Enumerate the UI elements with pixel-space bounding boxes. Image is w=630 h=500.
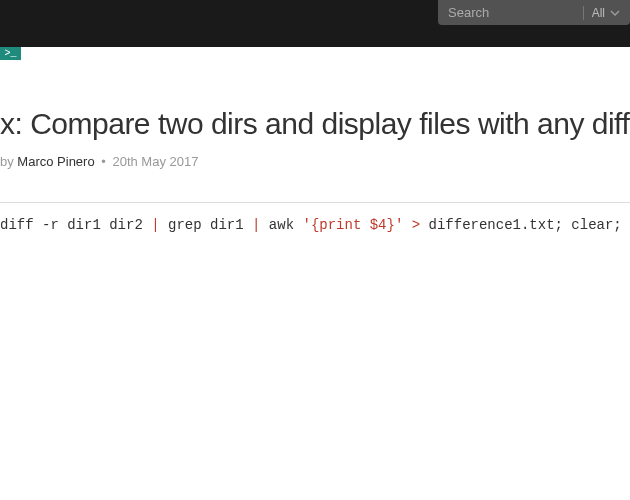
code-string: '{print $4}' — [302, 217, 403, 233]
code-pipe: | — [151, 217, 159, 233]
search-filter-dropdown[interactable]: All — [592, 6, 620, 20]
code-block: diff -r dir1 dir2 | grep dir1 | awk '{pr… — [0, 202, 630, 233]
search-input[interactable] — [448, 5, 575, 20]
page-title: x: Compare two dirs and display files wi… — [0, 107, 630, 141]
search-container: All — [438, 0, 630, 25]
tab-bar: >_ — [0, 47, 630, 60]
header-bar: All — [0, 0, 630, 47]
chevron-down-icon — [610, 10, 620, 16]
post-meta: by Marco Pinero • 20th May 2017 — [0, 154, 630, 169]
content-area: x: Compare two dirs and display files wi… — [0, 60, 630, 233]
meta-separator: • — [98, 154, 110, 169]
search-divider — [583, 6, 584, 20]
author-link[interactable]: Marco Pinero — [17, 154, 94, 169]
code-text: diff -r dir1 dir2 — [0, 217, 151, 233]
code-text — [403, 217, 411, 233]
by-label: by — [0, 154, 17, 169]
search-filter-label: All — [592, 6, 605, 20]
post-date: 20th May 2017 — [112, 154, 198, 169]
code-text: awk — [260, 217, 302, 233]
terminal-tab[interactable]: >_ — [0, 47, 21, 60]
code-text: difference1.txt; clear; cat d — [420, 217, 630, 233]
code-redirect: > — [412, 217, 420, 233]
code-text: grep dir1 — [160, 217, 252, 233]
terminal-tab-label: >_ — [4, 48, 16, 59]
